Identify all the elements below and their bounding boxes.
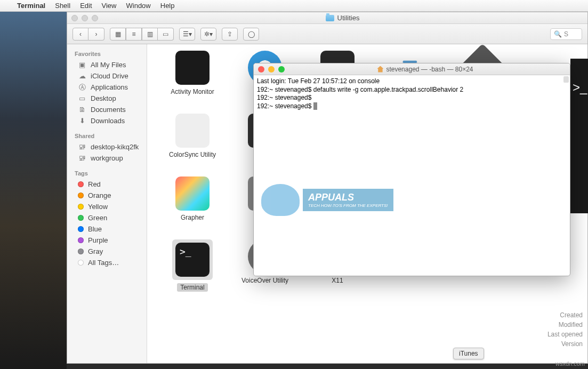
watermark-brand: APPUALS TECH HOW-TO'S FROM THE EXPERTS!: [303, 189, 393, 211]
sidebar-item-downloads[interactable]: ⬇Downloads: [67, 115, 147, 126]
info-last-opened: Last opened: [547, 330, 583, 339]
finder-titlebar[interactable]: Utilities: [67, 12, 587, 24]
right-preview-fragment: >_: [570, 59, 588, 213]
tag-dot-icon: [78, 248, 84, 254]
view-column-button[interactable]: ▥: [142, 28, 158, 41]
home-icon: [377, 66, 383, 73]
app-item-terminal[interactable]: Terminal: [158, 239, 227, 298]
app-label: VoiceOver Utility: [241, 277, 288, 284]
close-button[interactable]: [258, 66, 264, 73]
zoom-button[interactable]: [92, 15, 98, 21]
docs-icon: 🗎: [78, 106, 86, 114]
sidebar-tag-blue[interactable]: Blue: [67, 223, 147, 235]
sidebar-item-all-my-files[interactable]: ▣All My Files: [67, 59, 147, 70]
app-icon: [175, 51, 210, 85]
tags-button[interactable]: ◯: [243, 28, 259, 41]
folder-icon: [326, 15, 334, 21]
computer-icon: 🖳: [78, 155, 86, 162]
tag-dot-icon: [78, 181, 84, 187]
terminal-line: 192:~ stevenaged$: [257, 102, 567, 111]
terminal-line: 192:~ stevenaged$ defaults write -g com.…: [257, 86, 567, 94]
app-icon: [175, 243, 210, 277]
sidebar-head-tags: Tags: [67, 168, 147, 179]
finder-title: Utilities: [102, 14, 583, 22]
info-modified: Modified: [547, 320, 583, 330]
search-field[interactable]: 🔍 S: [550, 28, 582, 40]
action-button[interactable]: ✲▾: [200, 28, 216, 41]
desktop-icon: ▭: [78, 95, 86, 102]
sidebar-item-applications[interactable]: ⒶApplications: [67, 82, 147, 93]
menu-help[interactable]: Help: [160, 2, 175, 10]
view-list-button[interactable]: ≡: [126, 28, 142, 41]
app-icon: [175, 177, 210, 211]
sidebar-tag-red[interactable]: Red: [67, 179, 147, 190]
close-button[interactable]: [71, 15, 78, 21]
sidebar-item-icloud[interactable]: ☁iCloud Drive: [67, 70, 147, 82]
terminal-window: stevenaged — -bash — 80×24 Last login: T…: [253, 63, 570, 276]
app-item-grapher[interactable]: Grapher: [158, 177, 227, 235]
tag-dot-icon: [78, 237, 84, 243]
sidebar-item-shared-0[interactable]: 🖳desktop-kikq2fk: [67, 141, 147, 153]
arrange-button[interactable]: ☰▾: [179, 28, 195, 41]
app-label: Grapher: [181, 214, 204, 221]
terminal-body[interactable]: Last login: Tue Feb 27 10:57:12 on conso…: [254, 75, 570, 276]
app-label: Activity Monitor: [171, 88, 214, 95]
sidebar-tag-green[interactable]: Green: [67, 212, 147, 223]
menu-view[interactable]: View: [102, 2, 117, 10]
sidebar-item-shared-1[interactable]: 🖳workgroup: [67, 153, 147, 164]
minimize-button[interactable]: [82, 15, 88, 21]
back-button[interactable]: ‹: [73, 28, 88, 41]
dock-tooltip: iTunes: [453, 348, 484, 359]
app-label: ColorSync Utility: [169, 151, 216, 158]
sidebar-head-shared: Shared: [67, 131, 147, 141]
watermark-mascot-icon: [261, 184, 300, 216]
info-panel: Created Modified Last opened Version: [547, 310, 583, 349]
all-tags-icon: [78, 260, 84, 266]
menu-window[interactable]: Window: [126, 2, 151, 10]
traffic-lights: [71, 15, 98, 21]
tag-dot-icon: [78, 215, 84, 221]
terminal-titlebar[interactable]: stevenaged — -bash — 80×24: [254, 63, 570, 75]
downloads-icon: ⬇: [78, 117, 86, 125]
app-item-activity-monitor[interactable]: Activity Monitor: [158, 51, 227, 109]
sidebar-tag-gray[interactable]: Gray: [67, 246, 147, 257]
tag-dot-icon: [78, 192, 84, 198]
menubar: Terminal Shell Edit View Window Help: [0, 0, 588, 12]
zoom-button[interactable]: [278, 66, 285, 73]
app-label: X11: [332, 277, 343, 284]
view-icon-button[interactable]: ▦: [110, 28, 126, 41]
menu-shell[interactable]: Shell: [55, 2, 70, 10]
finder-sidebar: Favorites ▣All My Files ☁iCloud Drive ⒶA…: [67, 44, 147, 363]
sidebar-item-desktop[interactable]: ▭Desktop: [67, 93, 147, 104]
sidebar-all-tags[interactable]: All Tags…: [67, 257, 147, 268]
view-gallery-button[interactable]: ▭: [158, 28, 174, 41]
watermark: APPUALS TECH HOW-TO'S FROM THE EXPERTS!: [261, 184, 393, 216]
terminal-line: 192:~ stevenaged$: [257, 94, 567, 102]
sidebar-tag-purple[interactable]: Purple: [67, 235, 147, 246]
app-item-colorsync-utility[interactable]: ColorSync Utility: [158, 114, 227, 172]
sidebar-tag-orange[interactable]: Orange: [67, 190, 147, 201]
terminal-line: Last login: Tue Feb 27 10:57:12 on conso…: [257, 77, 567, 86]
scrollbar[interactable]: [563, 76, 569, 83]
sidebar-tag-yellow[interactable]: Yellow: [67, 201, 147, 212]
search-placeholder: S: [564, 30, 568, 38]
app-label: Terminal: [177, 283, 207, 292]
finder-title-text: Utilities: [337, 14, 360, 22]
forward-button[interactable]: ›: [88, 28, 104, 41]
cloud-icon: ☁: [78, 73, 86, 80]
app-icon: [175, 114, 210, 148]
sidebar-head-favorites: Favorites: [67, 49, 147, 59]
share-button[interactable]: ⇪: [222, 28, 238, 41]
terminal-title: stevenaged — -bash — 80×24: [285, 66, 566, 73]
tag-dot-icon: [78, 204, 84, 210]
apps-icon: Ⓐ: [78, 84, 86, 91]
source-watermark: wsxdn.com: [555, 360, 585, 367]
minimize-button[interactable]: [268, 66, 275, 73]
finder-toolbar: ‹ › ▦ ≡ ▥ ▭ ☰▾ ✲▾ ⇪ ◯ 🔍 S: [67, 24, 587, 44]
menu-app[interactable]: Terminal: [17, 2, 45, 10]
search-icon: 🔍: [554, 30, 562, 38]
tag-dot-icon: [78, 226, 84, 232]
menu-edit[interactable]: Edit: [80, 2, 92, 10]
sidebar-item-documents[interactable]: 🗎Documents: [67, 104, 147, 115]
cursor: [313, 102, 317, 110]
